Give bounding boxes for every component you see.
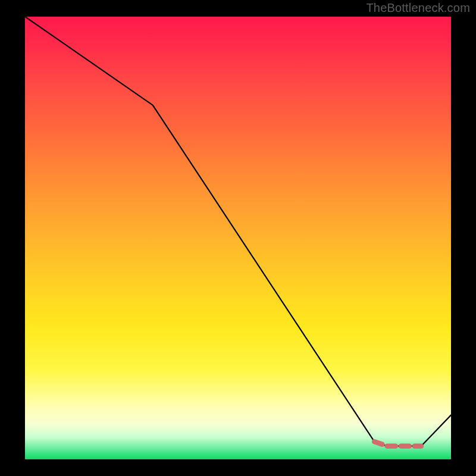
watermark-text: TheBottleneck.com xyxy=(366,1,470,15)
chart-frame: TheBottleneck.com xyxy=(0,0,476,476)
bottleneck-curve-line xyxy=(25,17,451,446)
optimal-range-marker xyxy=(374,441,421,446)
chart-overlay xyxy=(25,17,451,459)
